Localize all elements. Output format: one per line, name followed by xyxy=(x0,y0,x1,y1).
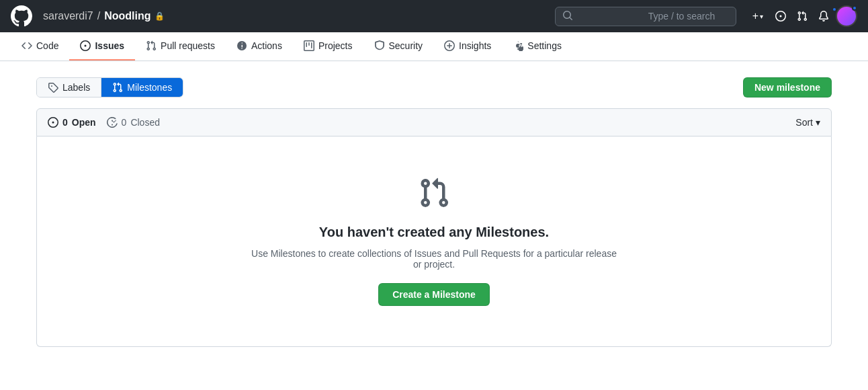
create-milestone-button[interactable]: Create a Milestone xyxy=(378,283,490,306)
tab-security[interactable]: Security xyxy=(363,32,434,61)
repo-link[interactable]: Noodling xyxy=(104,10,150,22)
issues-button[interactable] xyxy=(771,7,790,26)
labels-btn-label: Labels xyxy=(62,82,90,93)
tab-issues[interactable]: Issues xyxy=(69,32,135,61)
search-container: Type / to search xyxy=(175,7,736,26)
tab-security-label: Security xyxy=(389,40,423,51)
milestones-button[interactable]: Milestones xyxy=(101,78,183,97)
header-logo[interactable] xyxy=(11,5,32,27)
open-status[interactable]: 0 Open xyxy=(48,117,96,128)
repo-nav: Code Issues Pull requests Actions Projec… xyxy=(0,32,868,61)
empty-state: You haven't created any Milestones. Use … xyxy=(36,136,832,347)
tab-pr-label: Pull requests xyxy=(161,40,215,51)
closed-status[interactable]: 0 Closed xyxy=(107,117,160,128)
status-bar: 0 Open 0 Closed Sort ▾ xyxy=(36,108,832,136)
owner-link[interactable]: saraverdi7 xyxy=(43,10,93,22)
new-milestone-button[interactable]: New milestone xyxy=(743,77,832,98)
sort-label: Sort xyxy=(795,117,813,128)
notifications-button[interactable] xyxy=(814,7,833,26)
empty-title: You haven't created any Milestones. xyxy=(319,225,549,240)
breadcrumb-separator: / xyxy=(97,10,100,22)
main-content: Labels Milestones New milestone 0 Open 0… xyxy=(26,61,842,363)
header-actions: + ▾ xyxy=(747,5,857,27)
tab-projects-label: Projects xyxy=(318,40,353,51)
closed-label: Closed xyxy=(130,117,160,128)
tab-settings[interactable]: Settings xyxy=(502,32,572,61)
sort-button[interactable]: Sort ▾ xyxy=(795,117,820,128)
tab-pull-requests[interactable]: Pull requests xyxy=(135,32,226,61)
tab-code[interactable]: Code xyxy=(11,32,69,61)
lock-icon: 🔒 xyxy=(155,11,165,21)
tab-insights[interactable]: Insights xyxy=(433,32,502,61)
labels-button[interactable]: Labels xyxy=(37,78,101,97)
create-button[interactable]: + ▾ xyxy=(747,7,769,25)
status-items: 0 Open 0 Closed xyxy=(48,117,160,128)
tab-actions-label: Actions xyxy=(251,40,282,51)
search-icon xyxy=(562,10,643,23)
avatar[interactable] xyxy=(836,5,857,27)
avatar-dot xyxy=(852,5,857,11)
filter-bar: Labels Milestones New milestone xyxy=(36,77,832,98)
search-box[interactable]: Type / to search xyxy=(555,7,736,26)
chevron-down-icon: ▾ xyxy=(760,13,763,20)
pull-requests-button[interactable] xyxy=(793,7,812,26)
open-label: Open xyxy=(72,117,96,128)
milestones-btn-label: Milestones xyxy=(127,82,172,93)
tab-actions[interactable]: Actions xyxy=(226,32,293,61)
tab-issues-label: Issues xyxy=(95,40,124,51)
tab-code-label: Code xyxy=(36,40,58,51)
plus-icon: + xyxy=(752,10,758,22)
tab-projects[interactable]: Projects xyxy=(293,32,363,61)
empty-description: Use Milestones to create collections of … xyxy=(246,248,622,270)
breadcrumb: saraverdi7 / Noodling 🔒 xyxy=(43,10,165,22)
open-count: 0 xyxy=(62,117,68,128)
filter-group: Labels Milestones xyxy=(36,77,183,98)
search-placeholder: Type / to search xyxy=(648,11,729,22)
chevron-down-icon: ▾ xyxy=(816,117,820,128)
tab-insights-label: Insights xyxy=(459,40,491,51)
tab-settings-label: Settings xyxy=(527,40,562,51)
milestone-empty-icon xyxy=(418,177,450,211)
closed-count: 0 xyxy=(122,117,127,128)
